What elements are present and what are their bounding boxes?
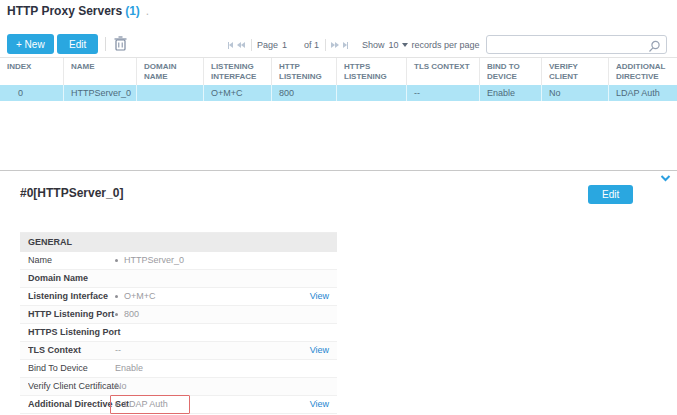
modified-bullet-icon [115, 403, 118, 406]
search-icon[interactable] [648, 39, 661, 57]
field-label: Domain Name [28, 270, 133, 287]
view-link[interactable]: View [310, 396, 329, 413]
modified-bullet-icon [115, 259, 118, 262]
cell-name: HTTPServer_0 [64, 85, 137, 101]
table-header-row: INDEX NAME DOMAIN NAME LISTENING INTERFA… [0, 58, 677, 85]
field-value: LDAP Auth [115, 396, 168, 413]
prev-page-icon[interactable] [237, 41, 245, 49]
page-title: HTTP Proxy Servers(1). [7, 4, 149, 18]
modified-bullet-icon [115, 295, 118, 298]
last-page-icon[interactable] [343, 41, 348, 49]
delete-button[interactable] [113, 36, 128, 53]
detail-row-domain-name: Domain Name [20, 270, 337, 288]
first-page-icon[interactable] [228, 41, 233, 49]
new-button[interactable]: + New [7, 34, 54, 54]
cell-http-listening-port: 800 [272, 85, 337, 101]
pager-separator [251, 39, 252, 51]
chevron-down-icon [660, 170, 671, 185]
page-number-input[interactable] [282, 38, 300, 52]
detail-edit-button[interactable]: Edit [588, 185, 633, 204]
cell-domain-name [137, 85, 204, 101]
detail-panel: GENERAL Name HTTPServer_0 Domain Name Li… [20, 232, 337, 414]
page-of-label: of 1 [304, 40, 319, 50]
page-size-select[interactable]: 10 [389, 40, 408, 50]
search-input[interactable] [491, 36, 646, 53]
detail-row-name: Name HTTPServer_0 [20, 252, 337, 270]
column-header-domain-name[interactable]: DOMAIN NAME [137, 58, 204, 85]
field-value: Enable [115, 360, 143, 377]
cell-https-listening-port [337, 85, 407, 101]
detail-row-additional-directive-set: Additional Directive Set LDAP Auth View [20, 396, 337, 414]
table-row[interactable]: 0 HTTPServer_0 O+M+C 800 -- Enable No LD… [0, 85, 677, 101]
page-title-text: HTTP Proxy Servers [7, 4, 122, 18]
cell-listening-interface: O+M+C [204, 85, 272, 101]
field-value: 800 [115, 306, 139, 323]
cell-index: 0 [0, 85, 64, 101]
detail-heading: #0[HTTPServer_0] [20, 186, 123, 200]
cell-verify-client-certificate: No [542, 85, 609, 101]
page-size-value: 10 [389, 40, 399, 50]
detail-row-https-listening-port: HTTPS Listening Port [20, 324, 337, 342]
column-header-https-listening-port[interactable]: HTTPS LISTENING PORT [337, 58, 407, 85]
field-label: HTTPS Listening Port [28, 324, 133, 341]
detail-row-listening-interface: Listening Interface O+M+C View [20, 288, 337, 306]
field-value: No [115, 378, 127, 395]
toolbar-separator [105, 37, 106, 51]
field-value: O+M+C [115, 288, 156, 305]
view-link[interactable]: View [310, 342, 329, 359]
trash-icon [114, 39, 127, 54]
field-value: -- [115, 342, 121, 359]
column-header-index[interactable]: INDEX [0, 58, 64, 85]
modified-bullet-icon [115, 313, 118, 316]
column-header-bind-to-device[interactable]: BIND TO DEVICE [480, 58, 542, 85]
chevron-down-icon [402, 43, 408, 47]
cell-bind-to-device: Enable [480, 85, 542, 101]
column-header-additional-directive-set[interactable]: ADDITIONAL DIRECTIVE SET [609, 58, 677, 85]
field-value: HTTPServer_0 [115, 252, 184, 269]
collapse-panel-button[interactable] [658, 170, 672, 180]
section-header-general: GENERAL [20, 233, 337, 252]
column-header-verify-client-certificate[interactable]: VERIFY CLIENT CERTIFICATE [542, 58, 609, 85]
http-proxy-servers-page: HTTP Proxy Servers(1). + New Edit Page o… [0, 0, 677, 415]
edit-button[interactable]: Edit [57, 34, 98, 54]
proxy-servers-table: INDEX NAME DOMAIN NAME LISTENING INTERFA… [0, 57, 677, 101]
search-box [486, 35, 667, 54]
column-header-tls-context[interactable]: TLS CONTEXT [407, 58, 480, 85]
records-per-page-label: records per page [412, 40, 480, 50]
pager-separator [325, 39, 326, 51]
section-divider [0, 170, 677, 171]
detail-row-tls-context: TLS Context -- View [20, 342, 337, 360]
next-page-icon[interactable] [331, 41, 339, 49]
view-link[interactable]: View [310, 288, 329, 305]
page-label: Page [257, 40, 278, 50]
record-count-badge: (1) [125, 4, 140, 18]
column-header-listening-interface[interactable]: LISTENING INTERFACE [204, 58, 272, 85]
column-header-name[interactable]: NAME [64, 58, 137, 85]
pagination-bar: Page of 1 Show 10 records per page [228, 38, 484, 52]
cell-additional-directive-set: LDAP Auth [609, 85, 677, 101]
detail-row-verify-client-certificate: Verify Client Certificate No [20, 378, 337, 396]
detail-row-http-listening-port: HTTP Listening Port 800 [20, 306, 337, 324]
cell-tls-context: -- [407, 85, 480, 101]
title-dot: . [146, 4, 149, 18]
column-header-http-listening-port[interactable]: HTTP LISTENING PORT [272, 58, 337, 85]
show-label: Show [362, 40, 385, 50]
detail-row-bind-to-device: Bind To Device Enable [20, 360, 337, 378]
